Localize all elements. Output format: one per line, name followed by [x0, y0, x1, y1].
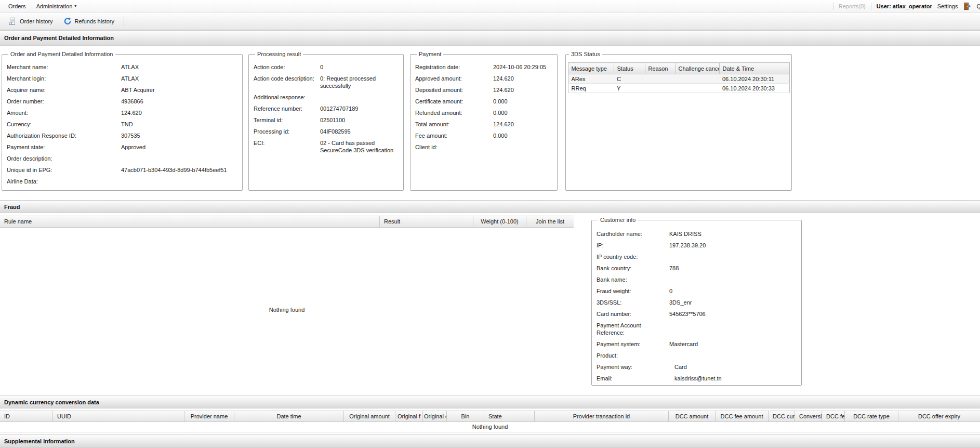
field-label: Merchant login: [7, 75, 121, 82]
field-label: Card number: [597, 310, 669, 318]
field-row: Authorization Response ID: 307535 [7, 132, 237, 143]
tds-cell-message-type: RReq [568, 84, 614, 93]
field-value: 0.000 [493, 109, 552, 116]
field-value: 197.238.39.20 [669, 242, 797, 249]
field-value: ATLAX [121, 63, 237, 71]
menu-administration[interactable]: Administration ▾ [31, 3, 82, 9]
field-row: Processing id: 04IF082595 [254, 128, 399, 139]
field-value: 0: Request processed successfully [320, 75, 399, 89]
field-label: 3DS/SSL: [597, 299, 669, 306]
tds-status-legend: 3DS Status [569, 51, 602, 57]
menu-orders-label: Orders [8, 3, 26, 9]
field-row: Additional response: [254, 94, 399, 105]
refunds-history-button[interactable]: Refunds history [58, 15, 120, 28]
field-row: Acquirer name: ABT Acquirer [7, 86, 237, 98]
field-label: Payment Account Reference: [597, 322, 669, 336]
field-label: Product: [597, 352, 669, 359]
processing-result-legend: Processing result [255, 51, 303, 57]
field-row: Payment state: Approved [7, 143, 237, 155]
payment-rows: Registration date: 2024-10-06 20:29:05 A… [415, 63, 552, 155]
fraud-column-header: Result [380, 216, 473, 227]
dcc-section-bar: Dynamic currency conversion data [0, 396, 980, 409]
field-label: Payment way: [597, 363, 669, 371]
dcc-column-header: DCC fee amount [716, 411, 769, 421]
chevron-down-icon: ▾ [74, 4, 76, 8]
customer-info-legend: Customer info [598, 217, 638, 223]
dcc-column-header: Original amount [344, 411, 395, 421]
order-history-label: Order history [20, 18, 53, 24]
dcc-column-header: DCC offer expiry [898, 411, 980, 421]
field-label: Bank name: [597, 276, 669, 283]
field-row: Certificate amount: 0.000 [415, 98, 552, 109]
tds-status-panel: 3DS Status Message type Status Reason Ch… [565, 51, 792, 191]
field-label: Total amount: [415, 121, 493, 128]
tds-cell-challenge-cancel [675, 74, 719, 84]
field-label: Order number: [7, 98, 121, 105]
page-title-bar: Order and Payment Detailed Information [0, 30, 980, 46]
customer-info-panel: Customer info Cardholder name: KAIS DRIS… [591, 217, 802, 386]
settings-link[interactable]: Settings [937, 3, 958, 9]
fraud-empty-message: Nothing found [269, 307, 305, 313]
tds-column-header: Date & Time [719, 63, 789, 74]
supplemental-section-title: Supplemental information [4, 438, 75, 444]
field-label: Refunded amount: [415, 109, 493, 116]
field-value: 788 [669, 265, 797, 272]
field-value: 3DS_enr [669, 299, 797, 306]
field-row: Product: [597, 352, 797, 363]
quit-link[interactable]: Q [976, 3, 980, 9]
dcc-column-header: State [484, 411, 535, 421]
field-label: Payment state: [7, 143, 121, 151]
field-row: Terminal id: 02501100 [254, 116, 399, 128]
table-row: RReq Y 06.10.2024 20:30:33 [568, 84, 789, 93]
field-row: Payment system: Mastercard [597, 340, 797, 352]
fraud-section-bar: Fraud [0, 200, 980, 213]
field-label: Airline Data: [7, 178, 121, 185]
tds-header-row: Message type Status Reason Challenge can… [568, 63, 789, 74]
fraud-section-title: Fraud [4, 204, 20, 210]
order-details-legend: Order and Payment Detailed Information [8, 51, 115, 57]
page-title: Order and Payment Detailed Information [4, 35, 114, 41]
field-label: Acquirer name: [7, 86, 121, 94]
field-row: Merchant name: ATLAX [7, 63, 237, 75]
dcc-column-header: Original c [423, 411, 447, 421]
field-row: ECI: 02 - Card has passed SecureCode 3DS… [254, 139, 399, 158]
field-value: 02501100 [320, 116, 399, 124]
field-value: 124.620 [493, 75, 552, 82]
field-value: 0.000 [493, 98, 552, 105]
field-row: Total amount: 124.620 [415, 121, 552, 132]
field-label: Client id: [415, 143, 493, 151]
page-root: Orders Administration ▾ Reports(0) User:… [0, 0, 980, 448]
field-value: 001274707189 [320, 105, 399, 112]
field-value: 02 - Card has passed SecureCode 3DS veri… [320, 139, 399, 154]
field-label: Reference number: [254, 105, 320, 112]
menu-orders[interactable]: Orders [3, 3, 31, 9]
field-label: Deposited amount: [415, 86, 493, 94]
field-label: Amount: [7, 109, 121, 116]
field-value: kaisdriss@tunet.tn [669, 375, 797, 382]
dcc-column-header: UUID [53, 411, 184, 421]
tds-column-header: Challenge cancel [675, 63, 719, 74]
field-row: 3DS/SSL: 3DS_enr [597, 299, 797, 310]
dcc-column-header: Provider name [184, 411, 234, 421]
field-value: Mastercard [669, 340, 797, 348]
dcc-column-header: Conversi [795, 411, 822, 421]
field-row: Currency: TND [7, 121, 237, 132]
menu-administration-label: Administration [36, 3, 73, 9]
field-row: Order number: 4936866 [7, 98, 237, 109]
tds-status-table: Message type Status Reason Challenge can… [568, 62, 790, 93]
field-row: Client id: [415, 143, 552, 155]
field-value: 0 [669, 287, 797, 295]
field-label: Cardholder name: [597, 230, 669, 238]
order-history-button[interactable]: Order history [3, 15, 58, 28]
dcc-column-header: ID [0, 411, 53, 421]
customer-info-rows: Cardholder name: KAIS DRISS IP: 197.238.… [597, 230, 797, 386]
reports-link[interactable]: Reports(0) [839, 3, 866, 9]
field-row: Amount: 124.620 [7, 109, 237, 121]
field-label: IP country code: [597, 253, 669, 260]
field-label: Fee amount: [415, 132, 493, 139]
tds-cell-datetime: 06.10.2024 20:30:33 [719, 84, 789, 93]
field-value: ABT Acquirer [121, 86, 237, 94]
field-row: Card number: 545623**5706 [597, 310, 797, 322]
dcc-column-header: DCC curr [769, 411, 795, 421]
logout-door-icon[interactable] [963, 2, 971, 10]
